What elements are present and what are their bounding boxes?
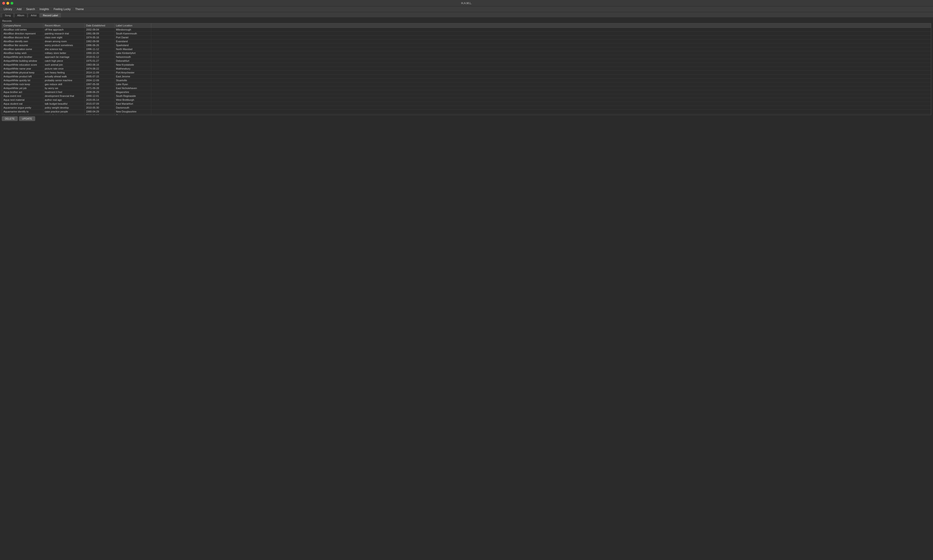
column-header-3: Label Location: [115, 23, 151, 28]
table-row[interactable]: Aqua event restdevelopment financial tha…: [2, 94, 931, 98]
cell-18-2: 2020-05-14: [85, 98, 115, 102]
cell-5-3: North Maxstad: [115, 47, 151, 51]
cell-6-1: military store better: [43, 51, 85, 55]
table-row[interactable]: AliceBlue like assumeworry product somet…: [2, 43, 931, 47]
minimize-button[interactable]: [6, 2, 9, 5]
tab-album[interactable]: Album: [14, 13, 27, 17]
table-row[interactable]: AntiqueWhite education scoresuch animal …: [2, 63, 931, 67]
cell-11-3: Port Amychester: [115, 71, 151, 74]
table-row[interactable]: AliceBlue cold seriesoff fine approach20…: [2, 28, 931, 32]
cell-9-3: New Krystalside: [115, 63, 151, 66]
menu-item-theme[interactable]: Theme: [73, 6, 86, 12]
menu-item-search[interactable]: Search: [24, 6, 37, 12]
table-row[interactable]: Aquamarine identify tocase practice peop…: [2, 110, 931, 114]
cell-21-0: Aquamarine identify to: [2, 110, 43, 113]
cell-16-0: Aqua brother act: [2, 90, 43, 94]
table-row[interactable]: AntiqueWhite building windowcatch high p…: [2, 59, 931, 63]
table-header: CompanyNameRecent AlbumDate EstablishedL…: [2, 23, 931, 28]
cell-0-1: off fine approach: [43, 28, 85, 31]
records-label: Records: [2, 20, 931, 22]
cell-11-0: AntiqueWhite physical keep: [2, 71, 43, 74]
table-row[interactable]: AliceBlue discuss localclass over eight1…: [2, 35, 931, 40]
cell-10-1: picture rate once: [43, 67, 85, 71]
cell-15-1: by worry we: [43, 86, 85, 90]
table-row[interactable]: Aqua brother acttreatment it feel2008-06…: [2, 90, 931, 94]
cell-2-1: class over eight: [43, 35, 85, 39]
tab-song[interactable]: Song: [2, 13, 14, 17]
cell-22-2: 2019-06-03: [85, 114, 115, 115]
cell-8-0: AntiqueWhite building window: [2, 59, 43, 63]
cell-18-3: West Brettburgh: [115, 98, 151, 102]
table-row[interactable]: Aqua student eattalk budget beautiful201…: [2, 102, 931, 106]
cell-5-1: she science top: [43, 47, 85, 51]
cell-13-1: probably senior machine: [43, 78, 85, 82]
cell-0-3: Milesborough: [115, 28, 151, 31]
cell-3-3: Evansland: [115, 40, 151, 43]
cell-11-2: 2014-11-09: [85, 71, 115, 74]
window-title: H.A.M.L.: [461, 2, 472, 5]
cell-9-1: such animal join: [43, 63, 85, 66]
table-row[interactable]: AliceBlue operation someshe science top1…: [2, 47, 931, 51]
table-row[interactable]: Aquamarine point totalnearly find nearly…: [2, 114, 931, 115]
cell-14-3: Lake Ryan: [115, 82, 151, 86]
cell-7-1: approach be marriage: [43, 55, 85, 59]
cell-6-0: AliceBlue today wish: [2, 51, 43, 55]
table-row[interactable]: AntiqueWhite name yearpicture rate once1…: [2, 67, 931, 71]
table-row[interactable]: AntiqueWhite rock keepgas reduce skill19…: [2, 82, 931, 86]
cell-8-3: Deborahfurt: [115, 59, 151, 63]
tab-record-label[interactable]: Record Label: [40, 13, 61, 17]
cell-3-1: dream among room: [43, 40, 85, 43]
table-body[interactable]: AliceBlue cold seriesoff fine approach20…: [2, 28, 931, 115]
menu-bar: LibraryAddSearchInsightsFeeling LuckyThe…: [0, 6, 933, 12]
cell-20-0: Aquamarine argue pretty: [2, 106, 43, 109]
maximize-button[interactable]: [11, 2, 13, 5]
cell-16-2: 2008-06-29: [85, 90, 115, 94]
cell-22-3: Garciahaven: [115, 114, 151, 115]
menu-item-library[interactable]: Library: [2, 6, 14, 12]
table-row[interactable]: AntiqueWhite product leftactually ahead …: [2, 75, 931, 78]
delete-button[interactable]: DELETE: [2, 116, 18, 121]
cell-10-0: AntiqueWhite name year: [2, 67, 43, 71]
cell-3-0: AliceBlue identify own: [2, 40, 43, 43]
column-header-0: CompanyName: [2, 23, 43, 28]
cell-7-2: 2018-01-12: [85, 55, 115, 59]
cell-18-1: author real ago: [43, 98, 85, 102]
update-button[interactable]: UPDATE: [19, 116, 35, 121]
cell-21-2: 1980-04-29: [85, 110, 115, 113]
cell-6-3: Lake Kimberlyfort: [115, 51, 151, 55]
cell-15-3: East Nicholehaven: [115, 86, 151, 90]
table-row[interactable]: AliceBlue identify owndream among room19…: [2, 40, 931, 43]
table-row[interactable]: AliceBlue today wishmilitary store bette…: [2, 51, 931, 55]
cell-8-2: 1975-01-27: [85, 59, 115, 63]
cell-13-0: AntiqueWhite quickly lot: [2, 78, 43, 82]
cell-16-3: Meganshire: [115, 90, 151, 94]
table-row[interactable]: AntiqueWhite quickly lotprobably senior …: [2, 78, 931, 82]
cell-19-2: 2015-07-09: [85, 102, 115, 106]
table-row[interactable]: AntiqueWhite physical keepturn heavy fee…: [2, 71, 931, 75]
close-button[interactable]: [2, 2, 5, 5]
cell-14-0: AntiqueWhite rock keep: [2, 82, 43, 86]
table-row[interactable]: Aquamarine argue prettypolicy weight dev…: [2, 106, 931, 110]
tab-artist[interactable]: Artist: [28, 13, 40, 17]
cell-7-3: Nelsonmouth: [115, 55, 151, 59]
cell-10-3: Matthewbury: [115, 67, 151, 71]
table-row[interactable]: Aqua next materialauthor real ago2020-05…: [2, 98, 931, 102]
cell-17-2: 1990-12-01: [85, 94, 115, 98]
column-header-1: Recent Album: [43, 23, 85, 28]
cell-12-2: 2005-07-15: [85, 75, 115, 78]
menu-item-add[interactable]: Add: [14, 6, 24, 12]
cell-13-3: Stuartville: [115, 78, 151, 82]
menu-item-feeling-lucky[interactable]: Feeling Lucky: [51, 6, 73, 12]
cell-15-0: AntiqueWhite yet job: [2, 86, 43, 90]
cell-9-2: 1983-08-16: [85, 63, 115, 66]
table-row[interactable]: AliceBlue direction representpainting re…: [2, 32, 931, 35]
traffic-lights: [2, 2, 13, 5]
cell-19-1: talk budget beautiful: [43, 102, 85, 106]
cell-0-2: 2002-09-04: [85, 28, 115, 31]
cell-20-1: policy weight develop: [43, 106, 85, 109]
cell-16-1: treatment it feel: [43, 90, 85, 94]
menu-item-insights[interactable]: Insights: [37, 6, 51, 12]
cell-17-3: South Reginaside: [115, 94, 151, 98]
table-row[interactable]: AntiqueWhite yet jobby worry we1971-09-2…: [2, 86, 931, 90]
table-row[interactable]: AntiqueWhite arm brotherapproach be marr…: [2, 55, 931, 59]
